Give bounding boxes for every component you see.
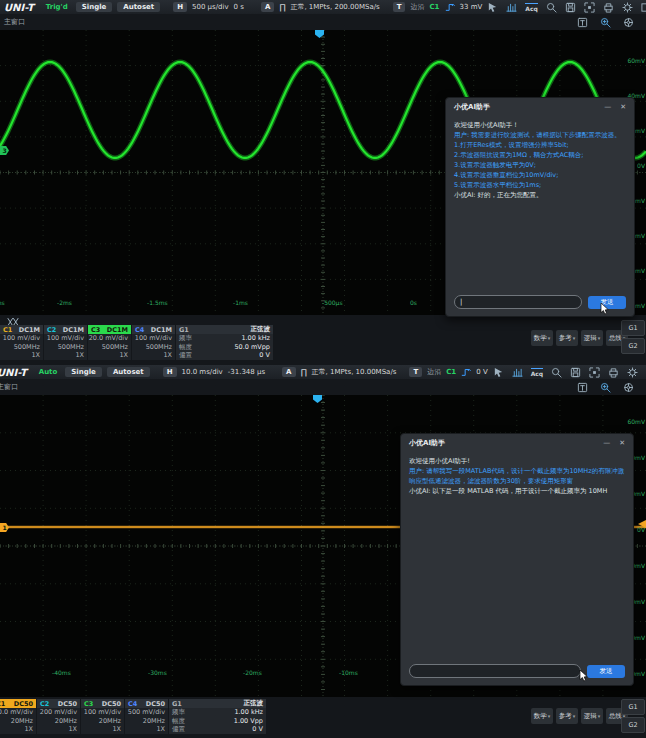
- chat-input[interactable]: [409, 664, 581, 678]
- channel-cell-c1[interactable]: C1DC1M100 mV/div500MHz1X: [0, 325, 43, 360]
- autoset-button[interactable]: Autoset: [117, 2, 160, 12]
- channel-cell-c2[interactable]: C2DC1M100 mV/div500MHz1X: [44, 325, 87, 360]
- chevron-down-icon: ▾: [598, 335, 601, 341]
- close-button[interactable]: ✕: [620, 103, 626, 111]
- trigger-menu-key[interactable]: T: [409, 367, 422, 377]
- ai-assistant-dialog: 小优AI助手 — ✕ 欢迎使用小优AI助手!用户: 请帮我写一段MATLAB代码…: [400, 433, 634, 686]
- chevron-down-icon: ▾: [548, 335, 551, 341]
- trigger-level[interactable]: 33 mV: [460, 3, 483, 11]
- timebase-value[interactable]: 10.0 ms/div: [182, 368, 223, 376]
- search-icon[interactable]: [546, 2, 557, 13]
- timebase-value[interactable]: 500 µs/div: [192, 3, 229, 11]
- horizontal-offset[interactable]: 0 s: [234, 3, 244, 11]
- menu-button-数学[interactable]: 数学▾: [531, 330, 553, 346]
- dialog-titlebar[interactable]: 小优AI助手 — ✕: [401, 434, 633, 450]
- generator-button-g1[interactable]: G1: [621, 699, 645, 715]
- channel-cell-c2[interactable]: C2DC50200 mV/div20MHz1X: [37, 699, 80, 734]
- close-button[interactable]: ✕: [619, 439, 625, 447]
- send-button[interactable]: 发送: [587, 665, 625, 678]
- generator-row-value: 1.00 kHz: [234, 708, 263, 717]
- channel-cell-c4[interactable]: C4DC1M100 mV/div500MHz1X: [132, 325, 175, 360]
- horizontal-menu-key[interactable]: H: [173, 2, 187, 12]
- acq-icon[interactable]: Acq: [525, 3, 538, 12]
- horizontal-offset[interactable]: -31.348 µs: [228, 368, 265, 376]
- top-toolbar: UNI-T Trig'd Single Autoset H 500 µs/div…: [0, 0, 646, 14]
- pointer-icon[interactable]: [493, 367, 504, 378]
- zoom-in-icon[interactable]: [600, 382, 611, 393]
- generator-button-g1[interactable]: G1: [621, 320, 645, 336]
- chevron-down-icon: ▾: [573, 713, 576, 719]
- channel-probe: 1X: [0, 725, 36, 734]
- waveform-display[interactable]: 小优AI助手 — ✕ 欢迎使用小优AI助手!用户: 请帮我写一段MATLAB代码…: [0, 395, 646, 697]
- dialog-titlebar[interactable]: 小优AI助手 — ✕: [446, 98, 634, 114]
- channel-scale: 100 mV/div: [0, 334, 43, 343]
- t-window-icon[interactable]: [577, 17, 588, 28]
- chat-message: 用户: 我需要进行纹波测试，请根据以下步骤配置示波器。: [454, 130, 626, 140]
- window-tab-label[interactable]: 主窗口: [4, 17, 25, 27]
- channel-cell-c3[interactable]: C3DC50100 mV/div20MHz1X: [81, 699, 124, 734]
- generator-button-g2[interactable]: G2: [621, 717, 645, 733]
- pulse-icon: ∏: [301, 368, 307, 377]
- chat-input[interactable]: |: [454, 295, 582, 309]
- single-button[interactable]: Single: [76, 2, 113, 12]
- window-tab-label[interactable]: 主窗口: [0, 382, 18, 392]
- channel-bandwidth: 500MHz: [0, 343, 43, 352]
- fullscreen-icon[interactable]: [589, 367, 600, 378]
- pointer-icon[interactable]: [487, 2, 498, 13]
- channel-header: C3DC1M: [88, 325, 131, 334]
- channel-cell-c4[interactable]: C4DC50500 mV/div20MHz1X: [125, 699, 168, 734]
- menu-button-数学[interactable]: 数学▾: [531, 708, 553, 724]
- fullscreen-icon[interactable]: [584, 2, 595, 13]
- horizontal-menu-key[interactable]: H: [163, 367, 177, 377]
- generator-button-g2[interactable]: G2: [621, 338, 645, 354]
- probe-compensation-icon[interactable]: [506, 2, 517, 13]
- generator-row: 频率1.00 kHz: [176, 334, 273, 343]
- autoset-button[interactable]: Autoset: [107, 367, 150, 377]
- acquire-menu-key[interactable]: A: [261, 2, 274, 12]
- menu-button-label: 总线: [609, 712, 622, 721]
- window-tab-bar: 主窗口: [0, 14, 646, 30]
- probe-compensation-icon[interactable]: [512, 367, 523, 378]
- waveform-display[interactable]: 小优AI助手 — ✕ 欢迎使用小优AI助手！用户: 我需要进行纹波测试，请根据以…: [0, 30, 646, 315]
- chat-message: 3.设置示波器触发电平为0V;: [454, 160, 626, 170]
- settings-gear-icon[interactable]: [627, 367, 638, 378]
- save-icon[interactable]: [570, 367, 581, 378]
- trigger-type: 边沿: [427, 367, 441, 377]
- trigger-level[interactable]: 0 V: [476, 368, 487, 376]
- settings-gear-icon[interactable]: [622, 2, 633, 13]
- window-layout-icon[interactable]: [641, 2, 646, 13]
- brand-logo: UNI-T: [0, 367, 27, 378]
- t-window-icon[interactable]: [577, 382, 588, 393]
- minimize-button[interactable]: —: [603, 439, 610, 447]
- nav-wheel-icon[interactable]: [623, 17, 634, 28]
- channel-scale: 20.0 mV/div: [0, 708, 36, 717]
- menu-button-参考[interactable]: 参考▾: [556, 330, 578, 346]
- acquire-menu-key[interactable]: A: [282, 367, 295, 377]
- generator-id: G1: [172, 700, 182, 708]
- menu-button-参考[interactable]: 参考▾: [556, 708, 578, 724]
- printer-icon[interactable]: [608, 367, 619, 378]
- generator-cell[interactable]: G1正弦波频率1.00 kHz幅度1.00 Vpp偏置0 V: [169, 699, 266, 734]
- chat-message: 4.设置示波器垂直档位为10mV/div;: [454, 170, 626, 180]
- channel-probe: 1X: [44, 351, 87, 360]
- menu-button-逻辑[interactable]: 逻辑▾: [581, 330, 603, 346]
- chat-message: 2.示波器阻抗设置为1MΩ，耦合方式AC耦合;: [454, 150, 626, 160]
- channel-cell-c1[interactable]: C1DC5020.0 mV/div20MHz1X: [0, 699, 36, 734]
- search-icon[interactable]: [551, 367, 562, 378]
- generator-waveform: 正弦波: [244, 699, 264, 708]
- trigger-menu-key[interactable]: T: [393, 2, 406, 12]
- minimize-button[interactable]: —: [604, 103, 611, 111]
- nav-wheel-icon[interactable]: [623, 382, 634, 393]
- printer-icon[interactable]: [603, 2, 614, 13]
- zoom-in-icon[interactable]: [600, 17, 611, 28]
- acq-icon[interactable]: Acq: [531, 368, 544, 377]
- coupling-label: DC50: [102, 700, 121, 708]
- generator-row-label: 频率: [172, 708, 185, 717]
- generator-cell[interactable]: G1正弦波频率1.00 kHz幅度50.0 mVpp偏置0 V: [176, 325, 273, 360]
- generator-row: 偏置0 V: [176, 351, 273, 360]
- channel-id: C2: [47, 326, 56, 334]
- menu-button-逻辑[interactable]: 逻辑▾: [581, 708, 603, 724]
- single-button[interactable]: Single: [65, 367, 102, 377]
- channel-cell-c3[interactable]: C3DC1M20.0 mV/div500MHz1X: [88, 325, 131, 360]
- save-icon[interactable]: [565, 2, 576, 13]
